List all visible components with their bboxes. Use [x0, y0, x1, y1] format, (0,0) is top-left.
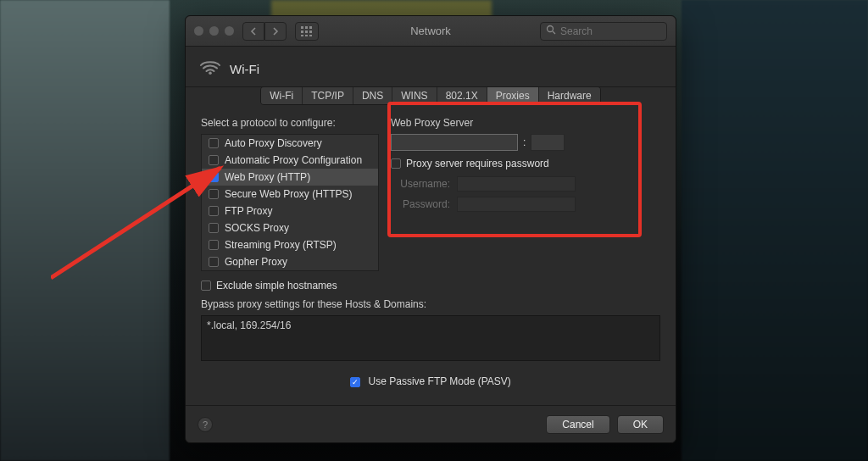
list-item[interactable]: Streaming Proxy (RTSP): [202, 236, 378, 253]
content-area: Select a protocol to configure: Auto Pro…: [186, 105, 676, 442]
checkbox-icon[interactable]: [209, 240, 219, 250]
list-item-label: Automatic Proxy Configuration: [225, 154, 362, 166]
list-item-label: Streaming Proxy (RTSP): [225, 239, 337, 251]
tab-dns[interactable]: DNS: [353, 87, 392, 104]
list-item-label: Web Proxy (HTTP): [225, 171, 310, 183]
chevron-right-icon: [272, 27, 279, 36]
pasv-label: Use Passive FTP Mode (PASV): [369, 375, 511, 387]
tabs: Wi-Fi TCP/IP DNS WINS 802.1X Proxies Har…: [186, 86, 676, 105]
bypass-label: Bypass proxy settings for these Hosts & …: [201, 298, 660, 310]
wifi-icon: [199, 58, 221, 78]
checkbox-icon[interactable]: [209, 206, 219, 216]
search-icon: [546, 25, 556, 37]
ok-button[interactable]: OK: [617, 415, 664, 434]
list-item-label: FTP Proxy: [225, 205, 272, 217]
exclude-simple-label: Exclude simple hostnames: [216, 280, 337, 292]
tab-wifi[interactable]: Wi-Fi: [261, 87, 303, 104]
list-item[interactable]: Secure Web Proxy (HTTPS): [202, 186, 378, 203]
footer: ? Cancel OK: [186, 405, 676, 442]
connection-header: Wi-Fi: [186, 47, 676, 87]
list-item[interactable]: ✓Web Proxy (HTTP): [202, 169, 378, 186]
background-left: [0, 0, 170, 461]
checkbox-icon[interactable]: [209, 138, 219, 148]
proxy-port-input[interactable]: [531, 134, 565, 151]
checkbox-icon[interactable]: [209, 155, 219, 165]
list-item[interactable]: Gopher Proxy: [202, 253, 378, 270]
minimize-window-icon[interactable]: [209, 26, 219, 36]
list-item-label: SOCKS Proxy: [225, 222, 289, 234]
close-window-icon[interactable]: [194, 26, 203, 36]
svg-rect-5: [309, 31, 312, 33]
bypass-textarea[interactable]: [201, 315, 660, 361]
nav-buttons: [242, 22, 287, 41]
svg-rect-1: [305, 26, 308, 29]
back-button[interactable]: [242, 22, 264, 41]
svg-rect-0: [301, 26, 303, 29]
background-right: [682, 0, 868, 461]
tabbar: Wi-Fi TCP/IP DNS WINS 802.1X Proxies Har…: [260, 86, 600, 105]
svg-point-11: [209, 72, 212, 75]
svg-rect-7: [305, 35, 308, 36]
list-item[interactable]: FTP Proxy: [202, 203, 378, 219]
list-item[interactable]: SOCKS Proxy: [202, 219, 378, 236]
forward-button[interactable]: [264, 22, 287, 41]
requires-password-checkbox[interactable]: [391, 158, 401, 169]
search-input[interactable]: [560, 25, 687, 37]
titlebar: Network: [186, 16, 676, 47]
tab-hardware[interactable]: Hardware: [539, 87, 600, 104]
requires-password-label: Proxy server requires password: [406, 158, 549, 169]
preferences-window: Network Wi-Fi Wi-Fi TCP/IP DNS WINS 802.…: [185, 15, 676, 443]
tab-proxies[interactable]: Proxies: [487, 87, 539, 104]
web-proxy-server-label: Web Proxy Server: [391, 117, 660, 129]
username-input[interactable]: [457, 176, 576, 192]
pasv-checkbox[interactable]: ✓: [350, 377, 360, 387]
checkbox-icon[interactable]: [209, 223, 219, 233]
svg-rect-3: [301, 31, 303, 33]
server-port-separator: :: [523, 136, 526, 148]
list-item[interactable]: Automatic Proxy Configuration: [202, 152, 378, 169]
grid-icon: [301, 26, 313, 36]
search-field-wrap[interactable]: [540, 22, 667, 41]
checkbox-icon[interactable]: ✓: [209, 172, 219, 182]
checkbox-icon[interactable]: [209, 257, 219, 267]
tab-wins[interactable]: WINS: [392, 87, 437, 104]
list-item-label: Auto Proxy Discovery: [225, 137, 322, 149]
svg-rect-2: [309, 26, 312, 29]
list-item[interactable]: Auto Proxy Discovery: [202, 135, 378, 152]
list-item-label: Gopher Proxy: [225, 256, 287, 268]
show-all-button[interactable]: [295, 22, 319, 41]
zoom-window-icon[interactable]: [225, 26, 234, 36]
select-protocol-label: Select a protocol to configure:: [201, 117, 379, 129]
list-item-label: Secure Web Proxy (HTTPS): [225, 188, 352, 200]
chevron-left-icon: [250, 27, 257, 36]
password-label: Password:: [391, 198, 450, 210]
window-controls: [194, 26, 234, 36]
svg-line-10: [553, 31, 555, 34]
cancel-button[interactable]: Cancel: [546, 415, 609, 434]
tab-tcpip[interactable]: TCP/IP: [303, 87, 353, 104]
svg-point-9: [548, 26, 554, 32]
svg-rect-8: [309, 35, 312, 36]
checkbox-icon[interactable]: [209, 189, 219, 199]
svg-rect-6: [301, 35, 303, 36]
proxy-server-input[interactable]: [391, 134, 518, 151]
username-label: Username:: [391, 178, 450, 190]
tab-8021x[interactable]: 802.1X: [437, 87, 487, 104]
help-button[interactable]: ?: [198, 417, 213, 432]
password-input[interactable]: [457, 197, 576, 212]
protocol-list: Auto Proxy Discovery Automatic Proxy Con…: [201, 134, 379, 271]
connection-name: Wi-Fi: [230, 62, 259, 76]
svg-rect-4: [305, 31, 308, 33]
exclude-simple-checkbox[interactable]: [201, 280, 211, 291]
